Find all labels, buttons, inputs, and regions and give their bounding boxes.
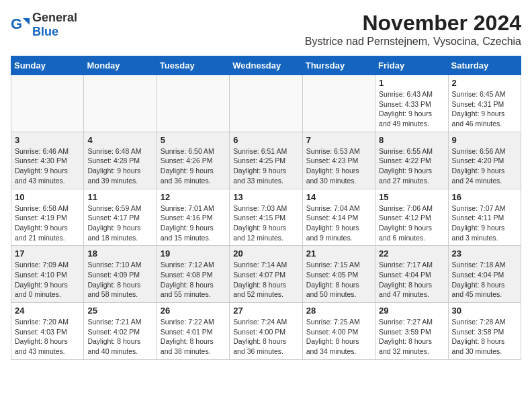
month-title: November 2024: [305, 11, 521, 36]
day-number: 2: [452, 78, 517, 88]
calendar-table: SundayMondayTuesdayWednesdayThursdayFrid…: [11, 56, 521, 360]
day-info: Sunrise: 7:24 AM Sunset: 4:00 PM Dayligh…: [233, 317, 298, 357]
calendar-header-saturday: Saturday: [448, 56, 521, 75]
calendar-cell: 29Sunrise: 7:27 AM Sunset: 3:59 PM Dayli…: [375, 303, 448, 360]
day-number: 29: [379, 306, 444, 316]
day-number: 27: [233, 306, 298, 316]
calendar-cell: 3Sunrise: 6:46 AM Sunset: 4:30 PM Daylig…: [11, 132, 84, 189]
calendar-cell: [84, 75, 157, 132]
calendar-cell: 10Sunrise: 6:58 AM Sunset: 4:19 PM Dayli…: [11, 189, 84, 246]
svg-text:G: G: [11, 15, 22, 32]
day-number: 10: [15, 192, 80, 202]
calendar-cell: [11, 75, 84, 132]
day-info: Sunrise: 7:27 AM Sunset: 3:59 PM Dayligh…: [379, 317, 444, 357]
logo-general-text: General: [32, 11, 77, 24]
calendar-cell: 22Sunrise: 7:17 AM Sunset: 4:04 PM Dayli…: [375, 246, 448, 303]
logo-blue-text: Blue: [32, 25, 58, 38]
day-number: 6: [233, 135, 298, 145]
header: G General Blue November 2024 Bystrice na…: [11, 11, 521, 53]
day-number: 13: [233, 192, 298, 202]
calendar-header-friday: Friday: [375, 56, 448, 75]
calendar-cell: 17Sunrise: 7:09 AM Sunset: 4:10 PM Dayli…: [11, 246, 84, 303]
day-info: Sunrise: 6:51 AM Sunset: 4:25 PM Dayligh…: [233, 146, 298, 186]
day-number: 14: [306, 192, 371, 202]
day-number: 9: [452, 135, 517, 145]
title-block: November 2024 Bystrice nad Pernstejnem, …: [305, 11, 521, 53]
calendar-header-thursday: Thursday: [302, 56, 375, 75]
day-number: 4: [87, 135, 152, 145]
day-info: Sunrise: 7:28 AM Sunset: 3:58 PM Dayligh…: [452, 317, 517, 357]
calendar-cell: 20Sunrise: 7:14 AM Sunset: 4:07 PM Dayli…: [230, 246, 302, 303]
day-info: Sunrise: 7:14 AM Sunset: 4:07 PM Dayligh…: [233, 260, 298, 300]
calendar-cell: [157, 75, 229, 132]
logo-icon: G: [11, 15, 30, 34]
day-info: Sunrise: 7:15 AM Sunset: 4:05 PM Dayligh…: [306, 260, 371, 300]
calendar-header-wednesday: Wednesday: [230, 56, 302, 75]
day-info: Sunrise: 6:50 AM Sunset: 4:26 PM Dayligh…: [161, 146, 226, 186]
day-number: 11: [87, 192, 152, 202]
calendar-week-2: 3Sunrise: 6:46 AM Sunset: 4:30 PM Daylig…: [11, 132, 521, 189]
calendar-cell: 19Sunrise: 7:12 AM Sunset: 4:08 PM Dayli…: [157, 246, 229, 303]
calendar-header-sunday: Sunday: [11, 56, 84, 75]
calendar-header-row: SundayMondayTuesdayWednesdayThursdayFrid…: [11, 56, 521, 75]
calendar-header-tuesday: Tuesday: [157, 56, 229, 75]
day-info: Sunrise: 7:12 AM Sunset: 4:08 PM Dayligh…: [161, 260, 226, 300]
day-number: 24: [15, 306, 80, 316]
calendar-body: 1Sunrise: 6:43 AM Sunset: 4:33 PM Daylig…: [11, 75, 521, 360]
day-info: Sunrise: 6:55 AM Sunset: 4:22 PM Dayligh…: [379, 146, 444, 186]
day-info: Sunrise: 7:22 AM Sunset: 4:01 PM Dayligh…: [161, 317, 226, 357]
calendar-cell: 11Sunrise: 6:59 AM Sunset: 4:17 PM Dayli…: [84, 189, 157, 246]
day-info: Sunrise: 7:01 AM Sunset: 4:16 PM Dayligh…: [161, 203, 226, 243]
calendar-week-5: 24Sunrise: 7:20 AM Sunset: 4:03 PM Dayli…: [11, 303, 521, 360]
calendar-cell: 24Sunrise: 7:20 AM Sunset: 4:03 PM Dayli…: [11, 303, 84, 360]
calendar-cell: 30Sunrise: 7:28 AM Sunset: 3:58 PM Dayli…: [448, 303, 521, 360]
day-info: Sunrise: 7:10 AM Sunset: 4:09 PM Dayligh…: [87, 260, 152, 300]
day-info: Sunrise: 7:25 AM Sunset: 4:00 PM Dayligh…: [306, 317, 371, 357]
day-number: 25: [87, 306, 152, 316]
day-number: 21: [306, 248, 371, 259]
logo: G General Blue: [11, 11, 77, 39]
calendar-cell: 15Sunrise: 7:06 AM Sunset: 4:12 PM Dayli…: [375, 189, 448, 246]
day-number: 22: [379, 248, 444, 259]
calendar-cell: 18Sunrise: 7:10 AM Sunset: 4:09 PM Dayli…: [84, 246, 157, 303]
calendar-cell: [230, 75, 302, 132]
day-info: Sunrise: 7:17 AM Sunset: 4:04 PM Dayligh…: [379, 260, 444, 300]
day-info: Sunrise: 6:48 AM Sunset: 4:28 PM Dayligh…: [87, 146, 152, 186]
calendar-cell: 2Sunrise: 6:45 AM Sunset: 4:31 PM Daylig…: [448, 75, 521, 132]
calendar-cell: 28Sunrise: 7:25 AM Sunset: 4:00 PM Dayli…: [302, 303, 375, 360]
day-info: Sunrise: 7:07 AM Sunset: 4:11 PM Dayligh…: [452, 203, 517, 243]
day-info: Sunrise: 7:06 AM Sunset: 4:12 PM Dayligh…: [379, 203, 444, 243]
day-number: 18: [87, 248, 152, 259]
calendar-cell: 1Sunrise: 6:43 AM Sunset: 4:33 PM Daylig…: [375, 75, 448, 132]
day-number: 1: [379, 78, 444, 88]
calendar-cell: [302, 75, 375, 132]
day-info: Sunrise: 6:58 AM Sunset: 4:19 PM Dayligh…: [15, 203, 80, 243]
day-number: 19: [161, 248, 226, 259]
day-number: 5: [161, 135, 226, 145]
calendar-cell: 13Sunrise: 7:03 AM Sunset: 4:15 PM Dayli…: [230, 189, 302, 246]
day-info: Sunrise: 7:18 AM Sunset: 4:04 PM Dayligh…: [452, 260, 517, 300]
day-info: Sunrise: 6:43 AM Sunset: 4:33 PM Dayligh…: [379, 89, 444, 129]
calendar-cell: 25Sunrise: 7:21 AM Sunset: 4:02 PM Dayli…: [84, 303, 157, 360]
calendar-cell: 7Sunrise: 6:53 AM Sunset: 4:23 PM Daylig…: [302, 132, 375, 189]
day-info: Sunrise: 7:20 AM Sunset: 4:03 PM Dayligh…: [15, 317, 80, 357]
day-number: 26: [161, 306, 226, 316]
calendar-cell: 4Sunrise: 6:48 AM Sunset: 4:28 PM Daylig…: [84, 132, 157, 189]
calendar-week-3: 10Sunrise: 6:58 AM Sunset: 4:19 PM Dayli…: [11, 189, 521, 246]
day-number: 28: [306, 306, 371, 316]
calendar-cell: 21Sunrise: 7:15 AM Sunset: 4:05 PM Dayli…: [302, 246, 375, 303]
calendar-cell: 12Sunrise: 7:01 AM Sunset: 4:16 PM Dayli…: [157, 189, 229, 246]
day-info: Sunrise: 6:45 AM Sunset: 4:31 PM Dayligh…: [452, 89, 517, 129]
day-number: 16: [452, 192, 517, 202]
day-number: 20: [233, 248, 298, 259]
calendar-cell: 5Sunrise: 6:50 AM Sunset: 4:26 PM Daylig…: [157, 132, 229, 189]
calendar-cell: 27Sunrise: 7:24 AM Sunset: 4:00 PM Dayli…: [230, 303, 302, 360]
day-number: 15: [379, 192, 444, 202]
day-number: 8: [379, 135, 444, 145]
day-number: 17: [15, 248, 80, 259]
calendar-cell: 6Sunrise: 6:51 AM Sunset: 4:25 PM Daylig…: [230, 132, 302, 189]
calendar-header-monday: Monday: [84, 56, 157, 75]
calendar-cell: 16Sunrise: 7:07 AM Sunset: 4:11 PM Dayli…: [448, 189, 521, 246]
day-info: Sunrise: 6:56 AM Sunset: 4:20 PM Dayligh…: [452, 146, 517, 186]
calendar-cell: 8Sunrise: 6:55 AM Sunset: 4:22 PM Daylig…: [375, 132, 448, 189]
